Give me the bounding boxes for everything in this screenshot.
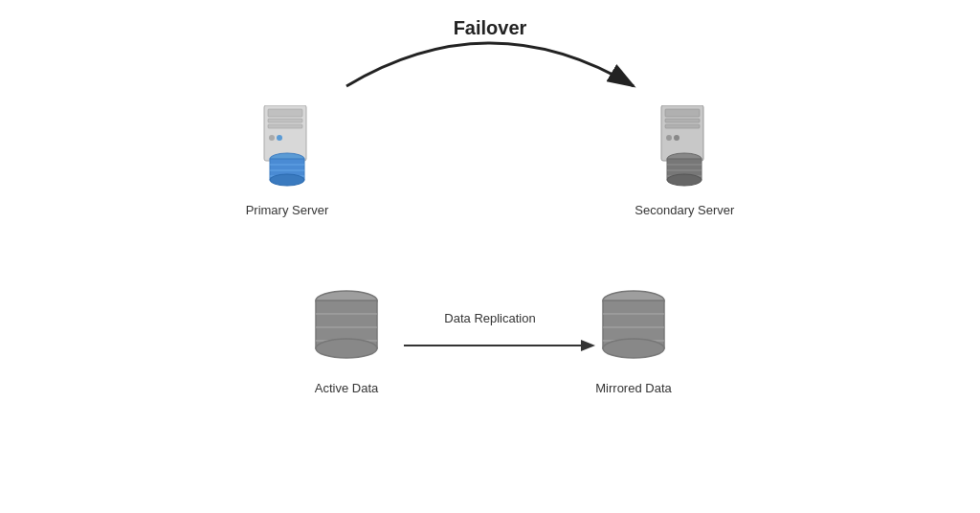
- svg-point-5: [269, 135, 275, 141]
- svg-marker-32: [581, 340, 595, 351]
- servers-row: Primary Server: [0, 105, 980, 217]
- secondary-server-item: Secondary Server: [635, 105, 734, 217]
- svg-rect-16: [665, 124, 700, 128]
- primary-server-item: Primary Server: [246, 105, 329, 217]
- replication-arrow: Data Replication: [404, 326, 576, 328]
- svg-point-30: [316, 339, 377, 358]
- active-data-label: Active Data: [315, 381, 378, 395]
- svg-rect-4: [268, 124, 302, 128]
- mirrored-data-item: Mirrored Data: [595, 287, 672, 395]
- svg-point-17: [666, 135, 672, 141]
- bottom-section: Active Data Data Replication: [0, 287, 980, 395]
- secondary-server-icon: [650, 105, 719, 190]
- mirrored-data-icon: [595, 287, 672, 366]
- svg-rect-15: [665, 119, 700, 123]
- svg-point-24: [667, 174, 702, 186]
- svg-point-38: [603, 339, 664, 358]
- failover-label: Failover: [454, 17, 527, 39]
- top-section: Failover: [0, 0, 980, 278]
- primary-server-label: Primary Server: [246, 203, 329, 217]
- mirrored-data-label: Mirrored Data: [595, 381, 671, 395]
- svg-point-6: [277, 135, 282, 141]
- svg-point-12: [270, 174, 304, 186]
- replication-label: Data Replication: [444, 311, 535, 325]
- svg-point-18: [674, 135, 679, 141]
- svg-rect-14: [665, 109, 700, 117]
- secondary-server-label: Secondary Server: [635, 203, 734, 217]
- active-data-item: Active Data: [308, 287, 385, 395]
- diagram-container: Failover: [0, 0, 980, 513]
- svg-rect-2: [268, 109, 302, 117]
- primary-server-icon: [253, 105, 322, 190]
- replication-arrow-svg: [404, 326, 595, 355]
- active-data-icon: [308, 287, 385, 366]
- svg-rect-3: [268, 119, 302, 123]
